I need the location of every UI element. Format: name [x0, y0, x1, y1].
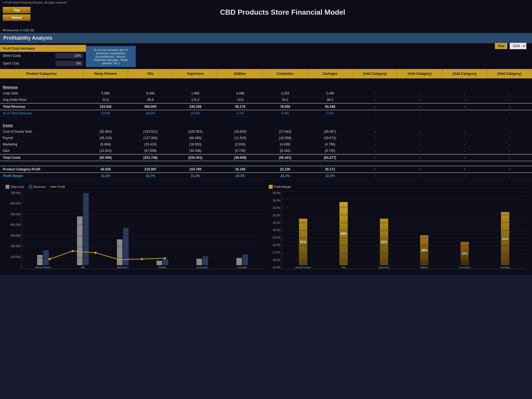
row-cell: 1.895	[173, 90, 218, 96]
row-label: Total Revenue	[0, 104, 83, 110]
revenue-title: Revenue	[3, 85, 18, 89]
opex-value: 5%	[55, 61, 83, 66]
profit-cosm: 22.236	[263, 166, 308, 172]
margin-hemp: 31,4%	[83, 173, 128, 179]
col-cartriges: Cartriges	[308, 69, 352, 78]
row-cell: -	[397, 110, 442, 116]
row-label: Total Costs	[0, 155, 83, 161]
bar-total-cost-cart	[236, 258, 242, 265]
row-cell: (9.720)	[308, 148, 352, 154]
row-cell: -	[487, 155, 532, 161]
margin-chart-plot: 31% Hemp Flowers 34% Oils 31% Vaporiz	[282, 191, 526, 269]
table-row: Marketing (6.884) (33.424) (16.953) (2.8…	[0, 141, 532, 148]
col-vaporizers: Vaporizers	[173, 69, 218, 78]
row-cell: 5.965	[83, 90, 128, 96]
row-cell: -	[397, 141, 442, 147]
row-cell: -	[352, 129, 397, 135]
margin-bar-label: Cartriges	[500, 266, 510, 269]
row-label: % of Total Revenue	[0, 110, 83, 116]
row-cell: -	[487, 104, 532, 110]
row-label: Units Sold	[0, 90, 83, 96]
copyright-bar: © Profit Vision Financial Services. All …	[0, 0, 532, 5]
row-cell: -	[397, 148, 442, 154]
table-row: Units Sold 5.965 9.494 1.895 4.068 3.253…	[0, 90, 532, 97]
group-label: Oils	[81, 266, 85, 269]
row-cell: (2.834)	[218, 141, 263, 147]
row-cell: (105.563)	[173, 129, 218, 135]
margin-chart-y-axis: 35,0% 34,0% 33,0% 32,0% 31,0% 30,0% 29,0…	[269, 191, 282, 269]
row-label: Avg.Order Price	[0, 97, 83, 103]
margin-add2: -	[397, 173, 442, 179]
home-button[interactable]: Home	[3, 14, 30, 21]
row-cell: 4,1%	[218, 110, 263, 116]
bar-revenue-vap	[123, 228, 129, 265]
table-row: Total Revenue 134.042 650.845 330.109 55…	[0, 103, 532, 110]
profit-add2: -	[397, 166, 442, 172]
table-row: G&A (13.942) (67.698) (34.336) (5.739) (…	[0, 148, 532, 154]
bar-revenue-edibles	[163, 259, 168, 265]
col-add1: (Add Category)	[352, 69, 397, 78]
row-cell: (13.942)	[83, 148, 128, 154]
bar-total-cost-oils	[77, 216, 83, 265]
costs-section-header: Costs	[0, 121, 532, 129]
cost-increase-header: % of Cost Increase	[0, 45, 86, 52]
margin-bar-cosm: 28% Cosmetics	[446, 191, 484, 269]
table-row: Total Costs (92.006) (431.748) (226.341)…	[0, 154, 532, 161]
opex-label: OpeX Cost	[0, 61, 55, 66]
margin-row: Profit Margin 31,4% 33,7% 31,4% 29,3% 28…	[0, 173, 532, 179]
row-cell: 22,5	[83, 97, 128, 103]
year-select[interactable]: 2026	[510, 43, 526, 49]
profitability-title: Profitability Analysis	[0, 33, 532, 43]
profit-label: Product Category Profit	[0, 166, 83, 172]
table-row: Avg.Order Price 22,5 68,6 174,2 13,6 24,…	[0, 97, 532, 103]
bar-group-cosmetics: Cosmetics	[183, 191, 221, 269]
row-label: Marketing	[0, 141, 83, 147]
row-cell: 13,6	[218, 97, 263, 103]
cost-increase-section: % of Cost Increase Direct Costs 10% OpeX…	[0, 43, 532, 69]
profit-add3: -	[442, 166, 487, 172]
margin-add4: -	[487, 173, 532, 179]
margin-bar-cart: 32% Cartriges	[486, 191, 524, 269]
row-cell: (431.748)	[128, 155, 173, 161]
col-oils: Oils	[128, 69, 173, 78]
legend-profit: Profit	[50, 185, 65, 188]
top-button[interactable]: Top	[3, 7, 30, 13]
margin-bar-label: Edibles	[420, 266, 429, 269]
row-cell: (193.621)	[128, 129, 173, 135]
row-cell: (29.087)	[308, 129, 352, 135]
row-cell: -	[397, 104, 442, 110]
costs-title: Costs	[3, 123, 13, 127]
margin-bar-label: Vaporizers	[378, 266, 390, 269]
profit-hemp: 42.036	[83, 166, 128, 172]
row-cell: 78.658	[263, 104, 308, 110]
row-cell: (27.642)	[263, 129, 308, 135]
margin-chart: 35,0% 34,0% 33,0% 32,0% 31,0% 30,0% 29,0…	[269, 191, 526, 269]
bar-total-cost-cosm	[196, 259, 202, 265]
bar-chart: 700.000 600.000 500.000 400.000 300.000 …	[6, 191, 263, 269]
row-cell: -	[487, 90, 532, 96]
row-cell: -	[442, 104, 487, 110]
row-cell: 7,0%	[308, 110, 352, 116]
row-cell: (226.341)	[173, 155, 218, 161]
row-cell: (6.884)	[83, 141, 128, 147]
profit-oils: 219.097	[128, 166, 173, 172]
row-cell: 24,2	[263, 97, 308, 103]
row-cell: 174,2	[173, 97, 218, 103]
year-selector: Year 2026	[495, 43, 526, 49]
row-cell: -	[442, 129, 487, 135]
group-label: Hemp Flowers	[35, 266, 51, 269]
row-cell: 38,2	[308, 97, 352, 103]
row-cell: 10,0%	[83, 110, 128, 116]
margin-bar-vap: 31% Vaporizers	[365, 191, 403, 269]
bar-group-oils: Oils	[64, 191, 102, 269]
row-cell: -	[442, 97, 487, 103]
margin-cart: 32,3%	[308, 173, 352, 179]
row-cell: 330.109	[173, 104, 218, 110]
currency-note: All Amounts in USD ($)	[0, 27, 532, 33]
row-cell: -	[487, 148, 532, 154]
bar-chart-y-axis: 700.000 600.000 500.000 400.000 300.000 …	[6, 191, 22, 269]
bar-chart-container: Total Cost Revenue Profit 700.000 600.00…	[6, 185, 263, 269]
table-row: Payroll (28.216) (137.006) (69.489) (11.…	[0, 135, 532, 141]
margin-bar-label: Oils	[341, 266, 346, 269]
margin-oils: 33,7%	[128, 173, 173, 179]
